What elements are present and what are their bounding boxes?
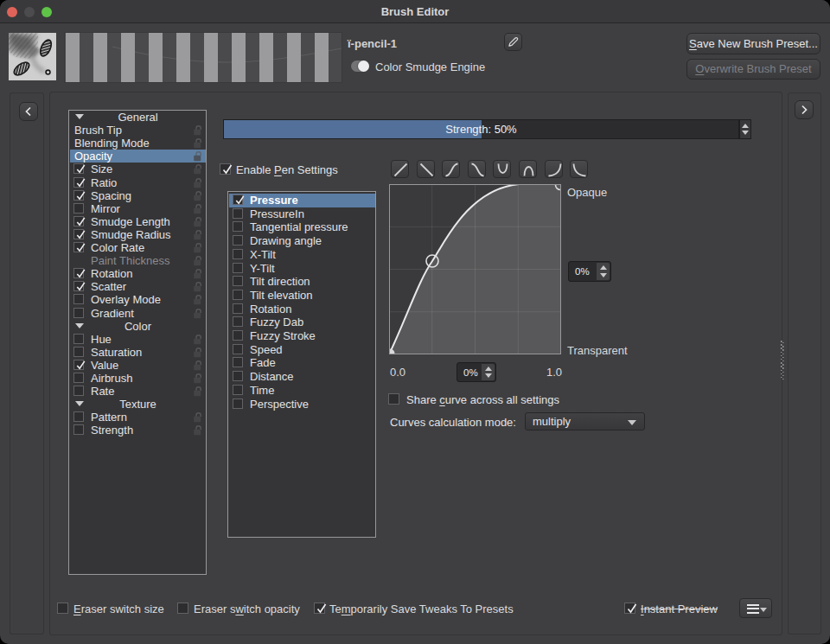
sensor-checkbox[interactable] bbox=[233, 303, 243, 314]
option-checkbox[interactable] bbox=[73, 308, 84, 318]
collapse-left-button[interactable] bbox=[19, 102, 38, 121]
options-section-texture[interactable]: Texture bbox=[70, 398, 206, 411]
option-checkbox[interactable] bbox=[73, 347, 84, 357]
splitter-handle[interactable] bbox=[780, 341, 784, 380]
option-checkbox[interactable] bbox=[73, 424, 84, 435]
sensor-checkbox[interactable] bbox=[233, 194, 243, 205]
save-new-brush-preset-button[interactable]: Save New Brush Preset... bbox=[686, 33, 820, 54]
sensor-checkbox[interactable] bbox=[233, 330, 243, 341]
temporarily-save-tweaks-to-presets-checkbox[interactable] bbox=[314, 603, 325, 614]
option-row-hue[interactable]: Hue bbox=[70, 333, 206, 346]
sensor-checkbox[interactable] bbox=[233, 290, 243, 300]
spin-up-icon[interactable] bbox=[485, 367, 492, 371]
instant-preview-checkbox[interactable] bbox=[624, 603, 635, 614]
option-row-brush-tip[interactable]: Brush Tip bbox=[70, 124, 206, 137]
curve-decay-button[interactable] bbox=[570, 160, 588, 178]
sensor-row-pressure[interactable]: Pressure bbox=[229, 194, 375, 207]
sensor-checkbox[interactable] bbox=[233, 276, 243, 286]
curve-x-spin-arrows[interactable] bbox=[482, 364, 495, 380]
option-checkbox[interactable] bbox=[73, 177, 84, 188]
sensor-checkbox[interactable] bbox=[233, 316, 243, 327]
brush-options-list[interactable]: GeneralBrush TipBlending ModeOpacitySize… bbox=[68, 110, 207, 575]
eraser-switch-size-checkbox[interactable] bbox=[57, 603, 68, 614]
option-row-color-rate[interactable]: Color Rate bbox=[70, 241, 206, 254]
option-row-value[interactable]: Value bbox=[70, 359, 206, 372]
eraser-switch-opacity-checkbox[interactable] bbox=[177, 603, 188, 614]
option-row-paint-thickness[interactable]: Paint Thickness bbox=[70, 254, 206, 267]
option-checkbox[interactable] bbox=[73, 229, 84, 239]
option-checkbox[interactable] bbox=[73, 386, 84, 396]
expand-right-button[interactable] bbox=[795, 100, 814, 119]
share-curve-checkbox[interactable] bbox=[388, 393, 399, 405]
sensor-checkbox[interactable] bbox=[233, 399, 243, 409]
sensor-row-x-tilt[interactable]: X-Tilt bbox=[229, 248, 375, 262]
option-row-pattern[interactable]: Pattern bbox=[70, 411, 206, 424]
sensor-row-speed[interactable]: Speed bbox=[229, 343, 375, 357]
sensor-row-fuzzy-stroke[interactable]: Fuzzy Stroke bbox=[229, 329, 375, 343]
option-row-size[interactable]: Size bbox=[70, 163, 206, 175]
spin-up-icon[interactable] bbox=[742, 124, 749, 128]
color-smudge-engine-toggle[interactable] bbox=[351, 61, 369, 72]
sensor-row-pressurein[interactable]: PressureIn bbox=[229, 207, 375, 221]
sensor-row-tilt-direction[interactable]: Tilt direction bbox=[229, 275, 375, 289]
spin-down-icon[interactable] bbox=[600, 273, 607, 277]
option-checkbox[interactable] bbox=[73, 203, 84, 214]
sensor-row-fuzzy-dab[interactable]: Fuzzy Dab bbox=[229, 316, 375, 329]
curve-y-spinbox[interactable]: 0% bbox=[568, 261, 611, 282]
sensor-checkbox[interactable] bbox=[233, 385, 243, 395]
option-row-gradient[interactable]: Gradient bbox=[70, 307, 206, 320]
sensor-row-rotation[interactable]: Rotation bbox=[229, 303, 375, 316]
option-row-rate[interactable]: Rate bbox=[70, 385, 206, 398]
option-row-ratio[interactable]: Ratio bbox=[70, 176, 206, 189]
sensor-checkbox[interactable] bbox=[233, 263, 243, 273]
option-row-rotation[interactable]: Rotation bbox=[70, 267, 206, 280]
sensor-row-drawing-angle[interactable]: Drawing angle bbox=[229, 234, 375, 248]
sensor-checkbox[interactable] bbox=[233, 371, 243, 381]
strength-slider[interactable]: Strength: 50% bbox=[223, 119, 739, 139]
sensor-checkbox[interactable] bbox=[233, 249, 243, 259]
option-checkbox[interactable] bbox=[73, 268, 84, 278]
spin-down-icon[interactable] bbox=[485, 373, 492, 378]
option-row-smudge-radius[interactable]: Smudge Radius bbox=[70, 228, 206, 241]
sensor-row-y-tilt[interactable]: Y-Tilt bbox=[229, 262, 375, 276]
option-checkbox[interactable] bbox=[73, 294, 84, 304]
curve-linear-down-button[interactable] bbox=[417, 160, 435, 178]
curve-linear-up-button[interactable] bbox=[391, 160, 409, 178]
option-checkbox[interactable] bbox=[73, 190, 84, 201]
sensor-checkbox[interactable] bbox=[233, 208, 243, 219]
spin-up-icon[interactable] bbox=[600, 265, 607, 270]
overwrite-brush-preset-button[interactable]: Overwrite Brush Preset bbox=[686, 59, 820, 80]
option-row-saturation[interactable]: Saturation bbox=[70, 346, 206, 359]
rename-preset-button[interactable] bbox=[504, 33, 522, 51]
option-checkbox[interactable] bbox=[73, 242, 84, 252]
option-row-scatter[interactable]: Scatter bbox=[70, 280, 206, 293]
curves-calculation-mode-dropdown[interactable]: multiply bbox=[525, 412, 645, 430]
option-row-smudge-length[interactable]: Smudge Length bbox=[70, 215, 206, 228]
sensor-list[interactable]: PressurePressureInTangential pressureDra… bbox=[227, 191, 376, 538]
curve-arch-button[interactable] bbox=[519, 160, 537, 178]
option-checkbox[interactable] bbox=[73, 360, 84, 370]
brush-stroke-preview[interactable] bbox=[64, 32, 342, 83]
option-row-overlay-mode[interactable]: Overlay Mode bbox=[70, 293, 206, 306]
option-checkbox[interactable] bbox=[73, 216, 84, 226]
titlebar[interactable]: Brush Editor bbox=[0, 0, 830, 23]
sensor-checkbox[interactable] bbox=[233, 344, 243, 354]
curve-editor[interactable] bbox=[389, 184, 561, 354]
sensor-row-time[interactable]: Time bbox=[229, 384, 375, 398]
spin-down-icon[interactable] bbox=[742, 131, 749, 135]
curve-s-down-button[interactable] bbox=[468, 160, 486, 178]
curve-x-spinbox[interactable]: 0% bbox=[456, 362, 496, 382]
sensor-checkbox[interactable] bbox=[233, 235, 243, 245]
sensor-row-fade[interactable]: Fade bbox=[229, 356, 375, 370]
option-row-opacity[interactable]: Opacity bbox=[70, 150, 206, 163]
option-checkbox[interactable] bbox=[73, 163, 84, 174]
option-checkbox[interactable] bbox=[73, 334, 84, 344]
sensor-row-perspective[interactable]: Perspective bbox=[229, 398, 375, 411]
option-checkbox[interactable] bbox=[73, 411, 84, 422]
curve-y-spin-arrows[interactable] bbox=[597, 263, 610, 280]
options-section-color[interactable]: Color bbox=[70, 320, 206, 333]
option-row-airbrush[interactable]: Airbrush bbox=[70, 372, 206, 385]
curve-u-shape-button[interactable] bbox=[493, 160, 511, 178]
sensor-checkbox[interactable] bbox=[233, 357, 243, 367]
options-section-general[interactable]: General bbox=[70, 111, 206, 124]
